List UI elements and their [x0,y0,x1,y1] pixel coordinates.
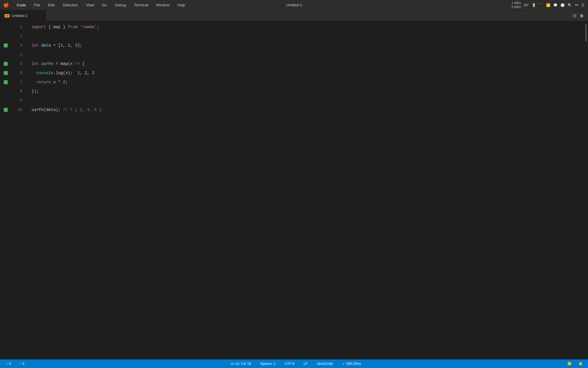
plain-indent-2 [32,80,36,85]
plain-1: { [46,25,53,29]
menu-file[interactable]: File [32,2,42,8]
comment-1: // ? [ 2, 4, 6 ] [63,108,101,112]
plain-indent-1 [32,71,36,75]
breakpoint-6[interactable] [4,71,8,75]
tab-actions: ⊞ [46,13,588,18]
inline-num-3: 3 [92,71,94,75]
num-2: 2 [68,43,70,48]
code-line-5[interactable]: let usrFn = map ( x => { [26,59,584,68]
gutter-3[interactable] [0,41,11,50]
battery-icon: 🔋 [532,3,536,7]
gutter-7[interactable] [0,78,11,87]
breakpoint-gutter [0,21,11,359]
var-usrFn: usrFn [41,62,53,66]
gutter-5[interactable] [0,59,11,68]
notification-icon[interactable]: 🔔 [577,361,585,366]
num-3: 3 [75,43,77,48]
menu-edit[interactable]: Edit [46,2,56,8]
menu-view[interactable]: View [84,2,96,8]
code-line-6[interactable]: console . log ( x ); 1 , 2 , 3 [26,68,584,78]
tab-filename: Untitled-1 [12,14,28,18]
code-line-3[interactable]: let data = [ 1 , 2 , 3 ]; [26,41,584,50]
var-data-2: data [46,108,56,112]
statusbar-center: Ln 10, Col 18 Spaces: 2 UTF-8 LF JavaScr… [26,361,566,366]
code-line-2[interactable] [26,32,584,41]
code-line-4[interactable] [26,50,584,59]
menubar: 🍎 Code File Edit Selection View Go Debug… [0,0,588,10]
line-num-1: 1 [11,22,26,32]
plain-5: = [ [51,43,61,48]
tab-untitled[interactable]: JS Untitled-1 [0,10,46,21]
plain-19: , [87,71,92,75]
breakpoint-10[interactable] [4,108,8,112]
plain-6: , [63,43,68,48]
plain-14: . [53,71,56,75]
menu-terminal[interactable]: Terminal [132,2,150,8]
plain-20 [51,80,53,85]
code-line-7[interactable]: return x * 2 ; [26,78,584,87]
error-count[interactable]: ✕ 0 [3,361,13,366]
menu-go[interactable]: Go [100,2,109,8]
language-mode[interactable]: JavaScript [315,361,335,366]
var-map: map [53,25,61,29]
gutter-2[interactable] [0,32,11,41]
keyword-return: return [36,80,51,85]
line-num-3: 3 [11,41,26,50]
gutter-6[interactable] [0,68,11,78]
statusbar-right: 🙂 🔔 [566,361,585,366]
line-num-8: 8 [11,87,26,96]
plain-3 [78,25,80,29]
num-1: 1 [61,43,63,48]
var-data: data [41,43,51,48]
inline-num-2: 2 [85,71,87,75]
code-line-10[interactable]: usrFn ( data ); // ? [ 2, 4, 6 ] [26,105,584,114]
code-line-1[interactable]: import { map } from 'ramda' ; [26,22,584,32]
menu-selection[interactable]: Selection [61,2,80,8]
plain-12 [73,62,75,66]
plain-15: ( [63,71,65,75]
line-endings[interactable]: LF [302,361,310,366]
apple-logo-icon[interactable]: 🍎 [3,2,9,8]
code-line-9[interactable] [26,96,584,105]
inline-num-1: 1 [78,71,80,75]
file-encoding[interactable]: UTF-8 [283,361,296,366]
phone-icon: 📱 [539,3,543,7]
editor-container: 1 2 3 4 5 6 7 8 9 10 import { map } from… [0,21,588,359]
plain-24: ( [44,108,46,112]
breakpoint-7[interactable] [4,80,8,84]
breakpoint-3[interactable] [4,43,8,47]
breakpoint-5[interactable] [4,62,8,66]
num-2b: 2 [63,80,65,85]
warning-icon: ⚠ [18,362,21,366]
emoji-icon[interactable]: 🙂 [566,361,573,366]
code-line-8[interactable]: }); [26,87,584,96]
gutter-8[interactable] [0,87,11,96]
keyword-import: import [32,25,46,29]
plain-10: = [53,62,61,66]
timing-info[interactable]: ✓ 188.20ms [341,361,363,366]
warning-count[interactable]: ⚠ 0 [16,361,26,366]
string-ramda: 'ramda' [80,25,97,29]
keyword-from: from [68,25,78,29]
gutter-10[interactable] [0,105,11,114]
menubar-right: 1 KB/s0 KB/s 63° 🔋 📱 📶 💬 🕐 🔍 ••• ☰ [512,1,585,9]
menu-window[interactable]: Window [154,2,171,8]
line-num-6: 6 [11,68,26,78]
indentation[interactable]: Spaces: 2 [258,361,277,366]
plain-21: * [56,80,63,85]
window-title: Untitled-1 [286,3,302,7]
scrollbar-track[interactable] [584,21,588,359]
line-num-10: 10 [11,105,26,114]
cursor-position[interactable]: Ln 10, Col 18 [229,361,253,366]
gutter-9[interactable] [0,96,11,105]
menu-debug[interactable]: Debug [113,2,128,8]
menu-help[interactable]: Help [176,2,187,8]
gutter-4[interactable] [0,50,11,59]
gutter-1[interactable] [0,22,11,32]
scrollbar-thumb[interactable] [585,24,587,41]
menu-code[interactable]: Code [15,2,28,8]
code-editor[interactable]: import { map } from 'ramda' ; let data =… [26,21,584,359]
temperature: 63° [524,3,529,7]
line-num-9: 9 [11,96,26,105]
split-editor-icon[interactable]: ⊞ [573,13,577,18]
